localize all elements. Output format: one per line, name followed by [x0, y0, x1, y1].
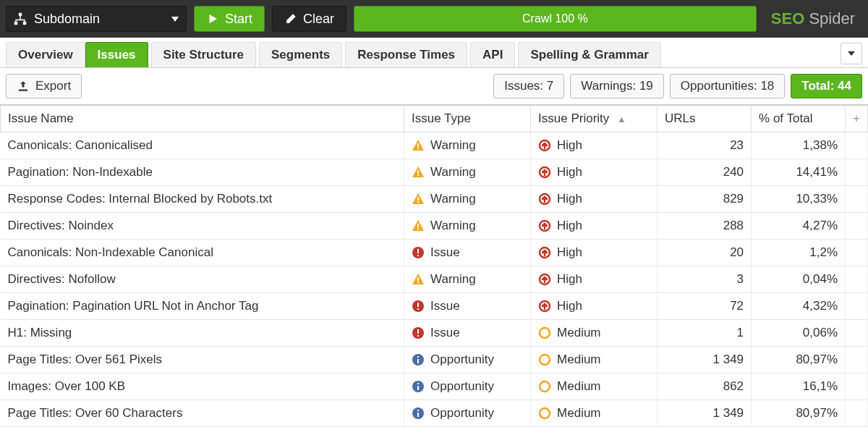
- type-label: Warning: [430, 219, 476, 233]
- warning-icon: [412, 193, 425, 206]
- cell-type: Opportunity: [404, 373, 531, 400]
- cell-priority: High: [531, 266, 658, 293]
- stat-warnings[interactable]: Warnings: 19: [570, 74, 664, 98]
- cell-pct: 16,1%: [752, 373, 846, 400]
- table-row[interactable]: Canonicals: CanonicalisedWarningHigh231,…: [1, 132, 868, 159]
- clear-label: Clear: [303, 12, 334, 27]
- table-row[interactable]: Directives: NoindexWarningHigh2884,27%: [1, 213, 868, 240]
- col-header-pct[interactable]: % of Total: [752, 106, 846, 132]
- col-header-urls[interactable]: URLs: [658, 106, 752, 132]
- cell-spacer: [846, 373, 868, 400]
- table-row[interactable]: Response Codes: Internal Blocked by Robo…: [1, 186, 868, 213]
- cell-pct: 1,2%: [752, 240, 846, 266]
- cell-pct: 0,04%: [752, 266, 846, 293]
- table-header-row: Issue Name Issue Type Issue Priority ▲ U…: [1, 106, 868, 132]
- brand-seo: SEO: [771, 9, 804, 28]
- cell-type: Issue: [404, 320, 531, 347]
- warning-icon: [412, 139, 425, 152]
- cell-priority: High: [531, 159, 658, 186]
- start-label: Start: [225, 12, 252, 27]
- subbar: Export Issues: 7 Warnings: 19 Opportunit…: [0, 68, 868, 105]
- export-button[interactable]: Export: [6, 74, 82, 98]
- type-label: Issue: [430, 299, 460, 313]
- cell-priority: Medium: [531, 320, 658, 347]
- priority-medium-icon: [538, 353, 551, 366]
- tab-segments[interactable]: Segments: [259, 42, 342, 67]
- issues-table: Issue Name Issue Type Issue Priority ▲ U…: [0, 105, 868, 427]
- cell-name: Directives: Nofollow: [1, 266, 404, 293]
- priority-high-icon: [538, 193, 551, 206]
- clear-button[interactable]: Clear: [272, 6, 346, 32]
- cell-type: Issue: [404, 293, 531, 320]
- tab-api[interactable]: API: [470, 42, 515, 67]
- cell-name: Page Titles: Over 561 Pixels: [1, 347, 404, 373]
- priority-label: High: [557, 299, 582, 313]
- eraser-icon: [284, 12, 297, 25]
- start-button[interactable]: Start: [194, 6, 265, 32]
- priority-label: High: [557, 272, 582, 287]
- tab-response-times[interactable]: Response Times: [345, 42, 467, 67]
- cell-spacer: [846, 159, 868, 186]
- col-header-name[interactable]: Issue Name: [1, 106, 404, 132]
- table-row[interactable]: H1: MissingIssueMedium10,06%: [1, 320, 868, 347]
- type-label: Opportunity: [430, 406, 494, 421]
- cell-pct: 4,27%: [752, 213, 846, 240]
- table-row[interactable]: Directives: NofollowWarningHigh30,04%: [1, 266, 868, 293]
- cell-name: Directives: Noindex: [1, 213, 404, 240]
- cell-pct: 14,41%: [752, 159, 846, 186]
- col-header-priority[interactable]: Issue Priority ▲: [531, 106, 658, 132]
- svg-rect-1: [14, 22, 18, 25]
- chevron-down-icon: [171, 17, 179, 22]
- table-row[interactable]: Page Titles: Over 561 PixelsOpportunityM…: [1, 347, 868, 373]
- cell-type: Issue: [404, 240, 531, 266]
- info-icon: [412, 353, 425, 366]
- cell-type: Warning: [404, 186, 531, 213]
- info-icon: [412, 380, 425, 393]
- cell-priority: High: [531, 293, 658, 320]
- warning-icon: [412, 273, 425, 286]
- tabs-overflow-button[interactable]: [841, 43, 862, 64]
- svg-rect-0: [19, 13, 22, 17]
- table-row[interactable]: Images: Over 100 KBOpportunityMedium8621…: [1, 373, 868, 400]
- brand-spider: Spider: [809, 9, 855, 28]
- col-header-type[interactable]: Issue Type: [404, 106, 531, 132]
- sort-asc-icon: ▲: [617, 114, 626, 124]
- cell-spacer: [846, 320, 868, 347]
- issue-icon: [412, 246, 425, 259]
- cell-pct: 80,97%: [752, 347, 846, 373]
- cell-urls: 1 349: [658, 400, 752, 427]
- tab-overview[interactable]: Overview: [6, 42, 85, 67]
- cell-urls: 1 349: [658, 347, 752, 373]
- type-label: Warning: [430, 272, 476, 287]
- table-row[interactable]: Pagination: Pagination URL Not in Anchor…: [1, 293, 868, 320]
- warning-icon: [412, 219, 425, 232]
- cell-type: Opportunity: [404, 400, 531, 427]
- cell-priority: High: [531, 186, 658, 213]
- cell-name: Response Codes: Internal Blocked by Robo…: [1, 186, 404, 213]
- type-label: Issue: [430, 326, 460, 340]
- cell-urls: 72: [658, 293, 752, 320]
- table-row[interactable]: Page Titles: Over 60 CharactersOpportuni…: [1, 400, 868, 427]
- warning-icon: [412, 166, 425, 179]
- cell-urls: 862: [658, 373, 752, 400]
- priority-label: High: [557, 245, 582, 260]
- priority-label: Medium: [557, 379, 600, 394]
- cell-urls: 829: [658, 186, 752, 213]
- cell-priority: Medium: [531, 373, 658, 400]
- cell-name: Images: Over 100 KB: [1, 373, 404, 400]
- stat-total[interactable]: Total: 44: [791, 74, 862, 98]
- mode-select[interactable]: Subdomain: [6, 6, 187, 32]
- cell-name: H1: Missing: [1, 320, 404, 347]
- stat-issues[interactable]: Issues: 7: [493, 74, 564, 98]
- tab-issues[interactable]: Issues: [85, 42, 148, 67]
- col-add-button[interactable]: +: [846, 106, 868, 132]
- table-row[interactable]: Pagination: Non-IndexableWarningHigh2401…: [1, 159, 868, 186]
- stat-opportunities[interactable]: Opportunities: 18: [670, 74, 786, 98]
- tab-spelling-grammar[interactable]: Spelling & Grammar: [518, 42, 660, 67]
- cell-type: Warning: [404, 132, 531, 159]
- cell-urls: 1: [658, 320, 752, 347]
- table-row[interactable]: Canonicals: Non-Indexable CanonicalIssue…: [1, 240, 868, 266]
- tab-site-structure[interactable]: Site Structure: [151, 42, 256, 67]
- sitemap-icon: [14, 12, 27, 25]
- priority-high-icon: [538, 139, 551, 152]
